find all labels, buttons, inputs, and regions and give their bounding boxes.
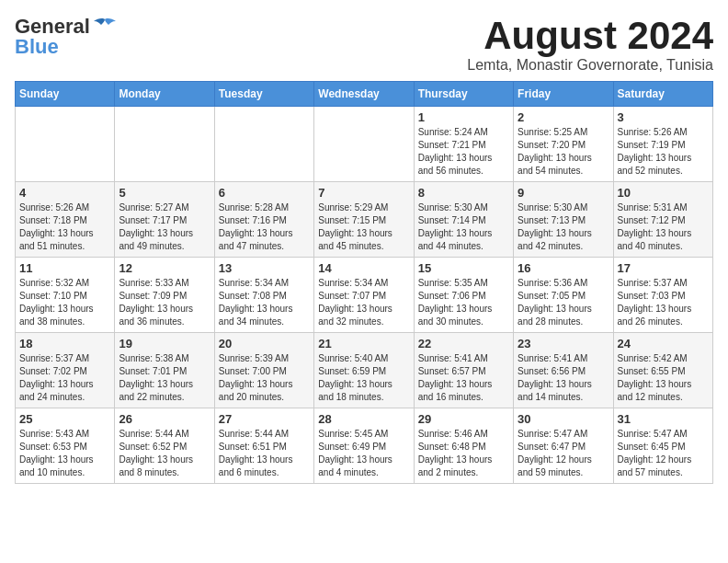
calendar-cell: 30Sunrise: 5:47 AMSunset: 6:47 PMDayligh…	[514, 408, 613, 484]
calendar-cell: 2Sunrise: 5:25 AMSunset: 7:20 PMDaylight…	[514, 107, 613, 182]
header-thursday: Thursday	[414, 82, 513, 107]
day-info: Sunrise: 5:47 AMSunset: 6:47 PMDaylight:…	[518, 428, 609, 479]
day-number: 6	[219, 186, 310, 200]
logo: General Blue	[15, 15, 118, 59]
week-row-2: 4Sunrise: 5:26 AMSunset: 7:18 PMDaylight…	[16, 182, 713, 258]
header-friday: Friday	[514, 82, 613, 107]
day-info: Sunrise: 5:34 AMSunset: 7:07 PMDaylight:…	[318, 277, 409, 328]
day-number: 16	[518, 261, 609, 275]
day-info: Sunrise: 5:43 AMSunset: 6:53 PMDaylight:…	[19, 428, 110, 479]
calendar-cell: 14Sunrise: 5:34 AMSunset: 7:07 PMDayligh…	[314, 258, 414, 333]
day-info: Sunrise: 5:40 AMSunset: 6:59 PMDaylight:…	[318, 352, 409, 404]
day-info: Sunrise: 5:24 AMSunset: 7:21 PMDaylight:…	[418, 126, 509, 178]
day-number: 8	[418, 186, 509, 200]
calendar-cell: 12Sunrise: 5:33 AMSunset: 7:09 PMDayligh…	[115, 258, 214, 333]
day-info: Sunrise: 5:34 AMSunset: 7:08 PMDaylight:…	[219, 277, 310, 328]
header-tuesday: Tuesday	[214, 82, 313, 107]
day-info: Sunrise: 5:33 AMSunset: 7:09 PMDaylight:…	[119, 277, 210, 328]
day-info: Sunrise: 5:29 AMSunset: 7:15 PMDaylight:…	[318, 201, 409, 253]
day-number: 11	[19, 261, 110, 275]
day-number: 24	[618, 337, 709, 350]
header-wednesday: Wednesday	[314, 82, 414, 107]
day-info: Sunrise: 5:31 AMSunset: 7:12 PMDaylight:…	[618, 201, 709, 253]
day-number: 22	[418, 337, 509, 350]
calendar-cell: 28Sunrise: 5:45 AMSunset: 6:49 PMDayligh…	[314, 408, 414, 484]
page-header: General Blue August 2024 Lemta, Monastir…	[15, 15, 713, 74]
week-row-5: 25Sunrise: 5:43 AMSunset: 6:53 PMDayligh…	[16, 408, 713, 484]
day-number: 2	[518, 110, 609, 124]
day-info: Sunrise: 5:25 AMSunset: 7:20 PMDaylight:…	[518, 126, 609, 178]
calendar-title: August 2024	[467, 15, 713, 57]
day-info: Sunrise: 5:44 AMSunset: 6:52 PMDaylight:…	[119, 428, 210, 479]
calendar-cell: 20Sunrise: 5:39 AMSunset: 7:00 PMDayligh…	[214, 333, 313, 408]
calendar-cell: 21Sunrise: 5:40 AMSunset: 6:59 PMDayligh…	[314, 333, 414, 408]
calendar-cell: 4Sunrise: 5:26 AMSunset: 7:18 PMDaylight…	[16, 182, 115, 258]
day-number: 12	[119, 261, 210, 275]
day-number: 19	[119, 337, 210, 350]
calendar-cell: 3Sunrise: 5:26 AMSunset: 7:19 PMDaylight…	[613, 107, 712, 182]
day-info: Sunrise: 5:36 AMSunset: 7:05 PMDaylight:…	[518, 277, 609, 328]
calendar-cell	[214, 107, 313, 182]
day-number: 4	[19, 186, 110, 200]
day-info: Sunrise: 5:38 AMSunset: 7:01 PMDaylight:…	[119, 352, 210, 404]
day-info: Sunrise: 5:42 AMSunset: 6:55 PMDaylight:…	[618, 352, 709, 404]
day-number: 10	[618, 186, 709, 200]
day-number: 29	[418, 412, 509, 426]
day-info: Sunrise: 5:26 AMSunset: 7:19 PMDaylight:…	[618, 126, 709, 178]
day-number: 5	[119, 186, 210, 200]
day-number: 26	[119, 412, 210, 426]
day-number: 30	[518, 412, 609, 426]
day-info: Sunrise: 5:35 AMSunset: 7:06 PMDaylight:…	[418, 277, 509, 328]
day-number: 25	[19, 412, 110, 426]
calendar-table: Sunday Monday Tuesday Wednesday Thursday…	[15, 81, 713, 484]
day-info: Sunrise: 5:26 AMSunset: 7:18 PMDaylight:…	[19, 201, 110, 253]
day-number: 14	[318, 261, 409, 275]
day-number: 20	[219, 337, 310, 350]
calendar-cell: 18Sunrise: 5:37 AMSunset: 7:02 PMDayligh…	[16, 333, 115, 408]
day-number: 3	[618, 110, 709, 124]
week-row-3: 11Sunrise: 5:32 AMSunset: 7:10 PMDayligh…	[16, 258, 713, 333]
week-row-1: 1Sunrise: 5:24 AMSunset: 7:21 PMDaylight…	[16, 107, 713, 182]
day-info: Sunrise: 5:32 AMSunset: 7:10 PMDaylight:…	[19, 277, 110, 328]
calendar-cell: 23Sunrise: 5:41 AMSunset: 6:56 PMDayligh…	[514, 333, 613, 408]
day-info: Sunrise: 5:41 AMSunset: 6:57 PMDaylight:…	[418, 352, 509, 404]
calendar-cell: 19Sunrise: 5:38 AMSunset: 7:01 PMDayligh…	[115, 333, 214, 408]
calendar-cell	[115, 107, 214, 182]
title-section: August 2024 Lemta, Monastir Governorate,…	[467, 15, 713, 74]
day-number: 27	[219, 412, 310, 426]
day-info: Sunrise: 5:28 AMSunset: 7:16 PMDaylight:…	[219, 201, 310, 253]
calendar-cell: 10Sunrise: 5:31 AMSunset: 7:12 PMDayligh…	[613, 182, 712, 258]
calendar-cell: 13Sunrise: 5:34 AMSunset: 7:08 PMDayligh…	[214, 258, 313, 333]
calendar-cell: 6Sunrise: 5:28 AMSunset: 7:16 PMDaylight…	[214, 182, 313, 258]
calendar-cell: 16Sunrise: 5:36 AMSunset: 7:05 PMDayligh…	[514, 258, 613, 333]
calendar-cell: 9Sunrise: 5:30 AMSunset: 7:13 PMDaylight…	[514, 182, 613, 258]
calendar-cell: 11Sunrise: 5:32 AMSunset: 7:10 PMDayligh…	[16, 258, 115, 333]
day-info: Sunrise: 5:41 AMSunset: 6:56 PMDaylight:…	[518, 352, 609, 404]
calendar-cell: 15Sunrise: 5:35 AMSunset: 7:06 PMDayligh…	[414, 258, 513, 333]
day-number: 1	[418, 110, 509, 124]
calendar-cell: 22Sunrise: 5:41 AMSunset: 6:57 PMDayligh…	[414, 333, 513, 408]
day-info: Sunrise: 5:37 AMSunset: 7:03 PMDaylight:…	[618, 277, 709, 328]
day-info: Sunrise: 5:27 AMSunset: 7:17 PMDaylight:…	[119, 201, 210, 253]
day-number: 17	[618, 261, 709, 275]
calendar-cell: 29Sunrise: 5:46 AMSunset: 6:48 PMDayligh…	[414, 408, 513, 484]
day-number: 7	[318, 186, 409, 200]
day-info: Sunrise: 5:47 AMSunset: 6:45 PMDaylight:…	[618, 428, 709, 479]
day-info: Sunrise: 5:46 AMSunset: 6:48 PMDaylight:…	[418, 428, 509, 479]
day-number: 28	[318, 412, 409, 426]
day-number: 31	[618, 412, 709, 426]
day-number: 13	[219, 261, 310, 275]
calendar-cell: 26Sunrise: 5:44 AMSunset: 6:52 PMDayligh…	[115, 408, 214, 484]
day-number: 9	[518, 186, 609, 200]
header-monday: Monday	[115, 82, 214, 107]
calendar-header-row: Sunday Monday Tuesday Wednesday Thursday…	[16, 82, 713, 107]
day-number: 18	[19, 337, 110, 350]
day-info: Sunrise: 5:30 AMSunset: 7:13 PMDaylight:…	[518, 201, 609, 253]
day-info: Sunrise: 5:37 AMSunset: 7:02 PMDaylight:…	[19, 352, 110, 404]
calendar-cell	[314, 107, 414, 182]
calendar-cell: 5Sunrise: 5:27 AMSunset: 7:17 PMDaylight…	[115, 182, 214, 258]
calendar-cell: 27Sunrise: 5:44 AMSunset: 6:51 PMDayligh…	[214, 408, 313, 484]
day-info: Sunrise: 5:30 AMSunset: 7:14 PMDaylight:…	[418, 201, 509, 253]
day-info: Sunrise: 5:45 AMSunset: 6:49 PMDaylight:…	[318, 428, 409, 479]
header-sunday: Sunday	[16, 82, 115, 107]
